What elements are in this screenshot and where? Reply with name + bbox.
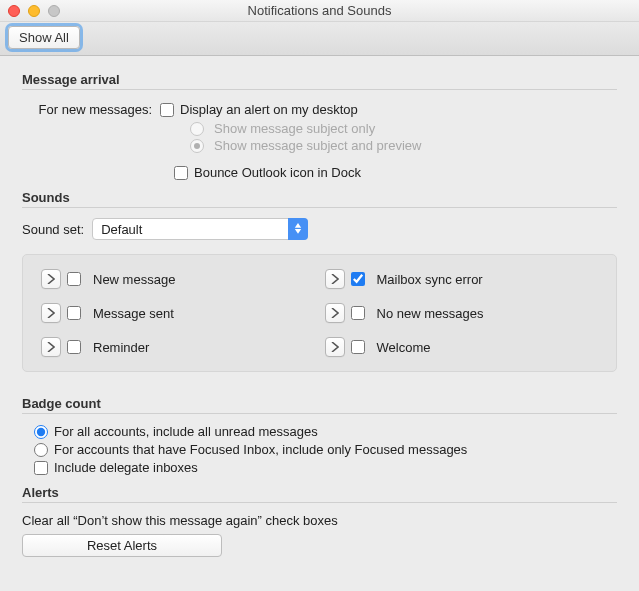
label-display-alert: Display an alert on my desktop	[180, 102, 358, 117]
label-sound: Mailbox sync error	[377, 272, 483, 287]
label-subject-preview: Show message subject and preview	[214, 138, 421, 153]
chevron-right-icon	[47, 274, 55, 284]
label-sound-set: Sound set:	[22, 222, 84, 237]
label-sound: Welcome	[377, 340, 431, 355]
window-title: Notifications and Sounds	[248, 3, 392, 18]
checkbox-include-delegate[interactable]	[34, 461, 48, 475]
checkbox-sound[interactable]	[67, 272, 81, 286]
chevron-right-icon	[47, 342, 55, 352]
sound-item-mailbox-sync-error: Mailbox sync error	[325, 269, 599, 289]
section-sounds: Sounds Sound set: Default New message	[22, 190, 617, 372]
heading-message-arrival: Message arrival	[22, 72, 617, 87]
divider	[22, 207, 617, 208]
title-bar: Notifications and Sounds	[0, 0, 639, 22]
play-button[interactable]	[41, 269, 61, 289]
section-badge-count: Badge count For all accounts, include al…	[22, 396, 617, 475]
sound-item-no-new-messages: No new messages	[325, 303, 599, 323]
play-button[interactable]	[325, 303, 345, 323]
sound-item-new-message: New message	[41, 269, 315, 289]
sound-item-message-sent: Message sent	[41, 303, 315, 323]
section-alerts: Alerts Clear all “Don’t show this messag…	[22, 485, 617, 557]
preferences-toolbar: Show All	[0, 22, 639, 56]
label-badge-focused: For accounts that have Focused Inbox, in…	[54, 442, 467, 457]
radio-subject-preview	[190, 139, 204, 153]
label-bounce-dock: Bounce Outlook icon in Dock	[194, 165, 361, 180]
chevron-right-icon	[331, 274, 339, 284]
label-include-delegate: Include delegate inboxes	[54, 460, 198, 475]
minimize-icon[interactable]	[28, 5, 40, 17]
label-clear-alerts: Clear all “Don’t show this message again…	[22, 513, 617, 528]
play-button[interactable]	[325, 269, 345, 289]
heading-alerts: Alerts	[22, 485, 617, 500]
zoom-icon	[48, 5, 60, 17]
checkbox-sound[interactable]	[351, 340, 365, 354]
sounds-grid: New message Mailbox sync error Message s…	[22, 254, 617, 372]
label-subject-only: Show message subject only	[214, 121, 375, 136]
radio-subject-only	[190, 122, 204, 136]
section-message-arrival: Message arrival For new messages: Displa…	[22, 72, 617, 180]
radio-badge-focused[interactable]	[34, 443, 48, 457]
updown-icon	[288, 218, 308, 240]
checkbox-bounce-dock[interactable]	[174, 166, 188, 180]
heading-sounds: Sounds	[22, 190, 617, 205]
chevron-right-icon	[47, 308, 55, 318]
checkbox-display-alert[interactable]	[160, 103, 174, 117]
heading-badge-count: Badge count	[22, 396, 617, 411]
reset-alerts-button[interactable]: Reset Alerts	[22, 534, 222, 557]
label-for-new-messages: For new messages:	[22, 102, 152, 117]
label-sound: Reminder	[93, 340, 149, 355]
checkbox-sound[interactable]	[67, 306, 81, 320]
label-sound: New message	[93, 272, 175, 287]
play-button[interactable]	[325, 337, 345, 357]
divider	[22, 89, 617, 90]
select-sound-set-value: Default	[101, 222, 142, 237]
window-controls	[8, 5, 60, 17]
divider	[22, 502, 617, 503]
close-icon[interactable]	[8, 5, 20, 17]
checkbox-sound[interactable]	[351, 272, 365, 286]
checkbox-sound[interactable]	[351, 306, 365, 320]
label-sound: Message sent	[93, 306, 174, 321]
checkbox-sound[interactable]	[67, 340, 81, 354]
show-all-button[interactable]: Show All	[8, 26, 80, 49]
select-sound-set[interactable]: Default	[92, 218, 308, 240]
label-sound: No new messages	[377, 306, 484, 321]
radio-badge-all[interactable]	[34, 425, 48, 439]
sound-item-reminder: Reminder	[41, 337, 315, 357]
chevron-right-icon	[331, 342, 339, 352]
play-button[interactable]	[41, 337, 61, 357]
sound-item-welcome: Welcome	[325, 337, 599, 357]
divider	[22, 413, 617, 414]
play-button[interactable]	[41, 303, 61, 323]
label-badge-all: For all accounts, include all unread mes…	[54, 424, 318, 439]
chevron-right-icon	[331, 308, 339, 318]
